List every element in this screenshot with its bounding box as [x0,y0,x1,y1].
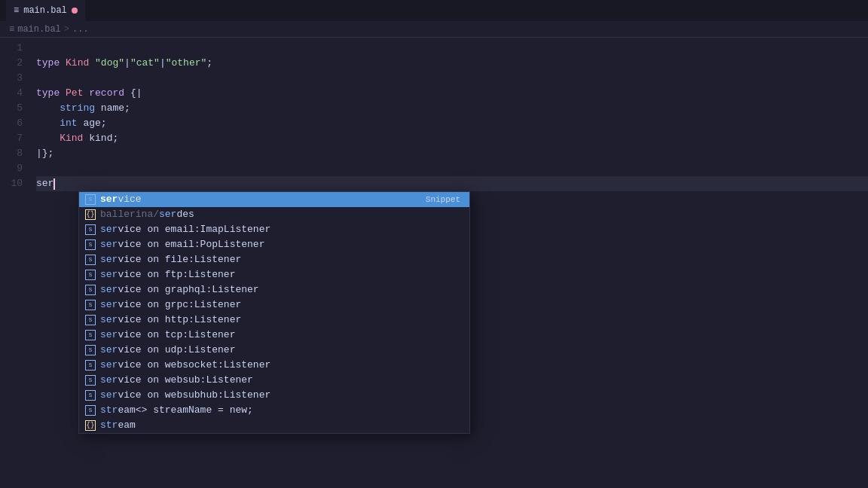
editor-tab[interactable]: ≡ main.bal [6,0,85,21]
text-cursor [53,178,55,190]
code-line-9 [36,161,868,176]
code-line-10: ser [36,176,868,191]
ac-item-stream-new[interactable]: s stream<> streamName = new; [79,403,469,418]
ac-item-service-graphql[interactable]: s service on graphql:Listener [79,282,469,297]
ac-label-4: service on email:PopListener [100,237,463,252]
title-bar: ≡ main.bal [0,0,868,21]
ac-icon-square-10: s [85,330,96,340]
ac-item-service-file[interactable]: s service on file:Listener [79,252,469,267]
ac-label-9: service on http:Listener [100,313,463,328]
ac-label-15: stream<> streamName = new; [100,403,463,418]
ac-label-12: service on websocket:Listener [100,358,463,373]
ac-label-16: stream [100,418,463,433]
ac-item-service-snippet[interactable]: s service Snippet [79,192,469,207]
ac-label-14: service on websubhub:Listener [100,388,463,403]
breadcrumb-sep: > [64,24,69,35]
ac-item-service-udp[interactable]: s service on udp:Listener [79,343,469,358]
code-line-6: int age; [36,116,868,131]
tab-modified-dot [72,8,78,14]
line-num-3: 3 [0,71,30,86]
ac-item-service-ftp[interactable]: s service on ftp:Listener [79,267,469,282]
ac-icon-square-9: s [85,315,96,325]
code-area[interactable]: type Kind "dog"|"cat"|"other"; type Pet … [30,38,868,488]
code-line-3 [36,71,868,86]
ac-icon-square-14: s [85,390,96,401]
ac-label-8: service on grpc:Listener [100,297,463,313]
breadcrumb-file[interactable]: main.bal [17,24,61,35]
ac-icon-square-1: s [85,194,96,205]
code-line-2: type Kind "dog"|"cat"|"other"; [36,56,868,71]
breadcrumb-path: ... [72,24,89,35]
ac-label-7: service on graphql:Listener [100,282,463,297]
editor: 1 2 3 4 5 6 7 8 9 10 type Kind "dog"|"ca… [0,38,868,488]
ac-icon-func-1: {} [85,209,96,220]
line-num-7: 7 [0,131,30,146]
ac-icon-func-16: {} [85,420,96,431]
code-line-1 [36,41,868,56]
line-num-8: 8 [0,146,30,161]
breadcrumb-file-icon: ≡ [9,24,14,35]
ac-item-ballerina-serdes[interactable]: {} ballerina/serdes [79,207,469,222]
ac-item-service-email-imap[interactable]: s service on email:ImapListener [79,222,469,237]
autocomplete-dropdown[interactable]: s service Snippet {} ballerina/serdes s … [78,191,470,434]
line-num-6: 6 [0,116,30,131]
ac-item-service-email-pop[interactable]: s service on email:PopListener [79,237,469,252]
ac-icon-square-4: s [85,239,96,250]
line-num-5: 5 [0,101,30,116]
ac-icon-square-13: s [85,375,96,386]
line-num-9: 9 [0,161,30,176]
ac-icon-square-8: s [85,300,96,310]
ac-tag-1: Snippet [426,192,463,207]
ac-label-1: service [100,192,421,207]
ac-icon-square-5: s [85,255,96,265]
ac-item-service-tcp[interactable]: s service on tcp:Listener [79,328,469,343]
ac-item-service-websocket[interactable]: s service on websocket:Listener [79,358,469,373]
ac-item-service-websub[interactable]: s service on websub:Listener [79,373,469,388]
line-num-10: 10 [0,176,30,191]
ac-label-6: service on ftp:Listener [100,267,463,282]
code-line-4: type Pet record {| [36,86,868,101]
ac-icon-square-3: s [85,224,96,235]
ac-label-5: service on file:Listener [100,252,463,267]
line-num-4: 4 [0,86,30,101]
ac-item-service-grpc[interactable]: s service on grpc:Listener [79,297,469,313]
line-num-2: 2 [0,56,30,71]
code-line-8: |}; [36,146,868,161]
ac-icon-square-7: s [85,285,96,295]
tab-file-icon: ≡ [14,5,19,16]
ac-label-2: ballerina/serdes [100,207,463,222]
code-line-7: Kind kind; [36,131,868,146]
ac-icon-square-15: s [85,405,96,416]
breadcrumb: ≡ main.bal > ... [0,21,868,38]
line-numbers: 1 2 3 4 5 6 7 8 9 10 [0,38,30,488]
tab-filename: main.bal [23,5,67,16]
line-num-1: 1 [0,41,30,56]
code-line-5: string name; [36,101,868,116]
ac-item-service-http[interactable]: s service on http:Listener [79,313,469,328]
ac-label-13: service on websub:Listener [100,373,463,388]
ac-icon-square-6: s [85,270,96,280]
ac-label-11: service on udp:Listener [100,343,463,358]
ac-icon-square-12: s [85,360,96,371]
ac-icon-square-11: s [85,345,96,355]
ac-item-stream[interactable]: {} stream [79,418,469,433]
ac-label-3: service on email:ImapListener [100,222,463,237]
ac-item-service-websubhub[interactable]: s service on websubhub:Listener [79,388,469,403]
ac-label-10: service on tcp:Listener [100,328,463,343]
